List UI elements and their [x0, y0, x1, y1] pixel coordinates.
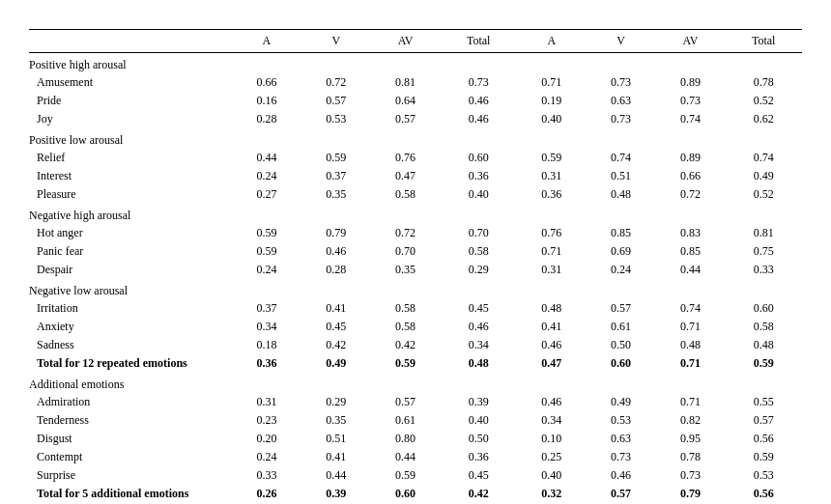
data-cell: 0.36: [232, 354, 301, 373]
data-cell: [371, 128, 441, 149]
data-cell: 0.53: [725, 466, 802, 485]
data-cell: [440, 53, 516, 74]
emotion-label: Sadness: [29, 336, 232, 354]
data-cell: 0.71: [517, 242, 587, 261]
data-cell: 0.36: [440, 448, 516, 466]
data-cell: 0.48: [440, 354, 516, 373]
data-cell: 0.45: [440, 299, 516, 318]
data-cell: [725, 53, 802, 74]
data-cell: 0.73: [587, 448, 656, 466]
data-cell: 0.80: [371, 430, 441, 448]
data-cell: 0.89: [656, 149, 726, 167]
data-cell: [656, 128, 726, 149]
col-v1: V: [301, 30, 371, 53]
data-cell: 0.85: [656, 242, 726, 261]
data-cell: 0.73: [587, 73, 656, 92]
data-cell: 0.66: [656, 167, 726, 185]
col-v2: V: [587, 30, 656, 53]
data-cell: 0.41: [301, 299, 371, 318]
data-cell: 0.72: [656, 185, 726, 204]
data-cell: 0.52: [725, 92, 802, 110]
data-cell: 0.34: [440, 336, 516, 354]
data-cell: 0.23: [232, 411, 301, 430]
data-cell: 0.24: [232, 261, 301, 279]
section-label: Negative low arousal: [29, 279, 232, 299]
data-cell: [301, 373, 371, 393]
data-cell: [587, 204, 656, 224]
data-cell: 0.32: [517, 485, 587, 503]
data-cell: 0.57: [587, 299, 656, 318]
data-cell: [440, 128, 516, 149]
data-cell: 0.50: [587, 336, 656, 354]
data-cell: 0.27: [232, 185, 301, 204]
data-cell: [517, 53, 587, 74]
emotion-label: Joy: [29, 110, 232, 128]
data-cell: 0.78: [656, 448, 726, 466]
data-cell: 0.85: [587, 224, 656, 242]
emotion-label: Total for 5 additional emotions: [29, 485, 232, 503]
data-cell: [725, 279, 802, 299]
data-cell: 0.51: [301, 430, 371, 448]
data-cell: 0.76: [371, 149, 441, 167]
data-cell: [517, 373, 587, 393]
emotion-label: Admiration: [29, 393, 232, 411]
data-cell: 0.26: [232, 485, 301, 503]
data-cell: [587, 128, 656, 149]
data-cell: 0.57: [587, 485, 656, 503]
data-cell: [656, 279, 726, 299]
data-cell: 0.41: [517, 318, 587, 336]
data-cell: [371, 204, 441, 224]
data-cell: 0.42: [440, 485, 516, 503]
data-cell: 0.39: [440, 393, 516, 411]
data-cell: 0.62: [725, 110, 802, 128]
data-cell: 0.58: [371, 299, 441, 318]
data-cell: 0.33: [725, 261, 802, 279]
data-cell: 0.79: [656, 485, 726, 503]
data-cell: 0.78: [725, 73, 802, 92]
col-total2: Total: [725, 30, 802, 53]
data-cell: 0.73: [440, 73, 516, 92]
data-cell: [517, 128, 587, 149]
data-cell: 0.44: [301, 466, 371, 485]
data-cell: 0.58: [371, 185, 441, 204]
data-cell: 0.61: [371, 411, 441, 430]
data-cell: 0.35: [371, 261, 441, 279]
data-cell: [440, 373, 516, 393]
data-cell: [517, 204, 587, 224]
emotion-label: Total for 12 repeated emotions: [29, 354, 232, 373]
data-cell: [301, 279, 371, 299]
data-cell: [656, 204, 726, 224]
data-cell: 0.57: [301, 92, 371, 110]
data-cell: [725, 204, 802, 224]
data-cell: 0.44: [232, 149, 301, 167]
data-cell: 0.46: [440, 318, 516, 336]
emotion-label: Pride: [29, 92, 232, 110]
data-cell: [725, 128, 802, 149]
data-cell: [517, 279, 587, 299]
data-cell: 0.74: [656, 299, 726, 318]
data-cell: 0.46: [517, 393, 587, 411]
emotion-label: Hot anger: [29, 224, 232, 242]
data-cell: 0.81: [725, 224, 802, 242]
data-cell: 0.49: [301, 354, 371, 373]
data-cell: 0.59: [232, 242, 301, 261]
data-cell: 0.79: [301, 224, 371, 242]
data-cell: 0.42: [301, 336, 371, 354]
data-cell: 0.29: [301, 393, 371, 411]
data-cell: 0.51: [587, 167, 656, 185]
data-cell: 0.55: [725, 393, 802, 411]
data-cell: 0.49: [725, 167, 802, 185]
data-cell: 0.66: [232, 73, 301, 92]
data-cell: [371, 53, 441, 74]
data-cell: 0.89: [656, 73, 726, 92]
emotion-label: Pleasure: [29, 185, 232, 204]
emotion-label: Tenderness: [29, 411, 232, 430]
data-cell: 0.49: [587, 393, 656, 411]
data-cell: 0.46: [440, 110, 516, 128]
data-cell: 0.46: [587, 466, 656, 485]
data-cell: 0.24: [232, 448, 301, 466]
emotion-label: Interest: [29, 167, 232, 185]
data-cell: 0.59: [371, 466, 441, 485]
data-cell: 0.37: [232, 299, 301, 318]
data-cell: 0.64: [371, 92, 441, 110]
